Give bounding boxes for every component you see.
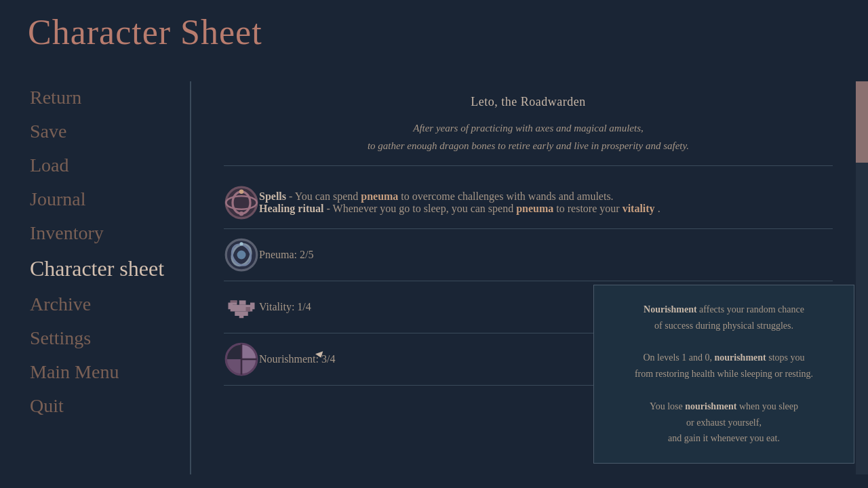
- sidebar-item-load[interactable]: Load: [30, 149, 190, 182]
- sidebar-item-main-menu[interactable]: Main Menu: [30, 356, 190, 388]
- svg-point-3: [239, 190, 244, 195]
- pneuma-row: Pneuma: 2/5: [224, 229, 833, 281]
- sidebar-item-archive[interactable]: Archive: [30, 288, 190, 321]
- svg-rect-11: [239, 300, 246, 305]
- sidebar-item-inventory[interactable]: Inventory: [30, 217, 190, 249]
- spells-icon: [224, 185, 259, 220]
- pneuma-value: Pneuma: 2/5: [259, 249, 313, 261]
- character-description: After years of practicing with axes and …: [224, 120, 833, 155]
- sidebar-divider: [190, 81, 191, 474]
- sidebar-item-save[interactable]: Save: [30, 115, 190, 148]
- nourishment-tooltip: Nourishment affects your random chance o…: [593, 285, 854, 464]
- svg-rect-14: [250, 303, 255, 310]
- scrollbar-thumb[interactable]: [856, 81, 868, 163]
- character-name: Leto, the Roadwarden: [224, 95, 833, 109]
- sidebar-item-settings[interactable]: Settings: [30, 322, 190, 354]
- svg-rect-17: [231, 300, 237, 302]
- page-title: Character Sheet: [28, 12, 262, 52]
- svg-point-9: [239, 242, 243, 245]
- nourishment-icon: [224, 342, 259, 377]
- svg-point-4: [239, 211, 244, 216]
- svg-rect-18: [246, 307, 251, 312]
- pneuma-icon: [224, 237, 259, 272]
- divider-top: [224, 165, 833, 166]
- sidebar-item-quit[interactable]: Quit: [30, 390, 190, 422]
- sidebar-item-character-sheet[interactable]: Character sheet: [30, 251, 190, 287]
- sidebar: Return Save Load Journal Inventory Chara…: [0, 81, 190, 422]
- svg-rect-16: [239, 316, 244, 318]
- vitality-icon: [224, 289, 259, 325]
- vitality-value: Vitality: 1/4: [259, 301, 311, 313]
- sidebar-item-journal[interactable]: Journal: [30, 183, 190, 216]
- svg-point-8: [237, 251, 246, 260]
- svg-rect-15: [235, 312, 248, 317]
- spells-description: Spells - You can spend pneuma to overcom…: [259, 190, 660, 215]
- sidebar-item-return[interactable]: Return: [30, 81, 190, 114]
- spells-row: Spells - You can spend pneuma to overcom…: [224, 177, 833, 229]
